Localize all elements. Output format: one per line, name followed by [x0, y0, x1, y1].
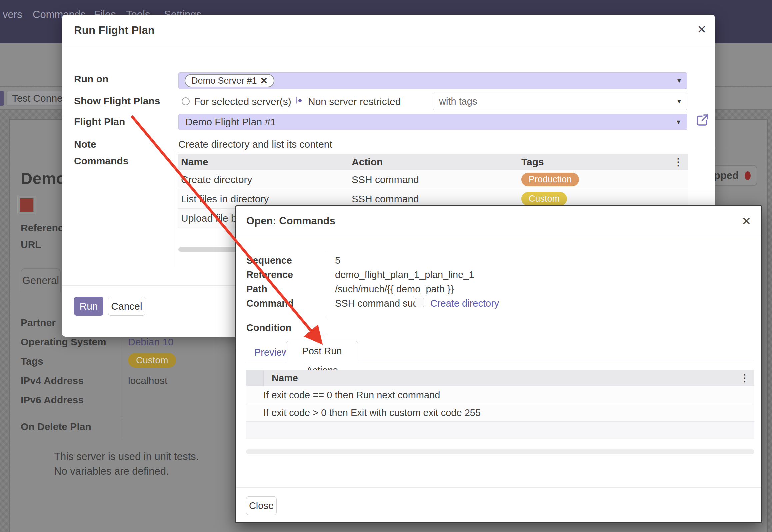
test-connection-button[interactable]: Test Conne [6, 91, 64, 106]
commands-modal-title: Open: Commands [246, 215, 335, 227]
post-run-row-empty [246, 422, 754, 439]
run-on-label: Run on [74, 73, 108, 85]
remove-tag-icon[interactable]: ✕ [260, 75, 268, 86]
tab-general[interactable]: General [21, 268, 61, 292]
ipv4-value: localhost [128, 375, 167, 386]
smart-button-divider [716, 148, 768, 148]
table-options-icon[interactable]: ⋮ [673, 159, 688, 165]
horizontal-scrollbar[interactable] [246, 449, 754, 454]
condition-label: Condition [246, 322, 291, 333]
close-button[interactable]: Close [246, 496, 277, 515]
field-separator-2 [122, 419, 122, 440]
menu-item-servers[interactable]: vers [3, 9, 22, 21]
note-value: Create directory and list its content [178, 139, 332, 150]
run-modal-title: Run Flight Plan [74, 24, 155, 37]
run-modal-close-icon[interactable]: ✕ [697, 23, 707, 36]
label-column-separator [174, 152, 174, 267]
with-tags-value: with tags [439, 96, 477, 107]
tag-badge-custom: Custom [128, 353, 176, 368]
column-tags: Tags [521, 156, 673, 168]
run-button[interactable]: Run [74, 297, 103, 316]
field-separator [122, 334, 122, 417]
row-name: List files in directory [178, 193, 352, 205]
post-run-table-header: Name ⋮ [246, 370, 754, 386]
ipv4-label: IPv4 Address [21, 375, 84, 386]
server-tag-label: Demo Server #1 [191, 76, 257, 86]
cancel-button[interactable]: Cancel [108, 297, 145, 316]
row-action: SSH command [352, 174, 521, 185]
label-separator-2 [327, 320, 327, 335]
label-separator [327, 253, 327, 317]
tags-label: Tags [21, 356, 43, 367]
post-run-row[interactable]: If exit code > 0 then Exit with custom e… [246, 404, 754, 422]
radio-non-server-restricted[interactable] [296, 97, 297, 104]
sequence-label: Sequence [246, 255, 292, 266]
post-run-row-name: If exit code == 0 then Run next command [263, 390, 440, 401]
commands-modal-footer-divider [236, 487, 761, 488]
create-directory-checkbox[interactable] [415, 298, 424, 307]
server-tag-pill[interactable]: Demo Server #1 ✕ [185, 74, 274, 87]
commands-label: Commands [74, 155, 128, 167]
row-name: Create directory [178, 174, 352, 185]
status-dot-icon [745, 171, 751, 180]
external-link-icon[interactable] [696, 113, 709, 128]
radio-selected-servers-label[interactable]: For selected server(s) [194, 96, 291, 107]
post-run-row[interactable]: If exit code == 0 then Run next command [246, 386, 754, 404]
chevron-down-icon: ▾ [677, 76, 681, 85]
note-label: Note [74, 139, 96, 150]
reference-field-value: demo_flight_plan_1_plan_line_1 [335, 269, 474, 280]
with-tags-select[interactable]: with tags ▾ [433, 93, 687, 110]
on-delete-plan-label: On Delete Plan [21, 421, 91, 432]
run-modal-header-divider [62, 46, 715, 46]
color-swatch [20, 198, 34, 212]
ipv6-label: IPv6 Address [21, 394, 84, 406]
commands-modal-close-icon[interactable]: ✕ [742, 214, 751, 228]
column-action: Action [352, 156, 521, 168]
post-run-actions-table: Name ⋮ If exit code == 0 then Run next c… [246, 370, 754, 439]
page: vers Commands Files Tools Settings Test … [0, 0, 772, 532]
color-swatch-frame[interactable] [17, 196, 36, 214]
server-heading: Demo [21, 169, 66, 188]
row-action: SSH command [352, 193, 521, 205]
clipped-primary-button[interactable] [0, 91, 4, 106]
name-column: Name [264, 373, 740, 384]
reference-field-label: Reference [246, 269, 293, 280]
column-name: Name [178, 156, 352, 168]
chevron-down-icon: ▾ [677, 118, 680, 126]
table-row[interactable]: Create directory SSH command Production [178, 170, 688, 189]
operating-system-value[interactable]: Debian 10 [128, 336, 174, 348]
tab-preview[interactable]: Preview [254, 347, 289, 358]
operating-system-label: Operating System [21, 336, 106, 348]
commands-modal-header-divider [236, 235, 761, 235]
chevron-down-icon: ▾ [677, 97, 681, 106]
unit-test-note-line2: No variables are defined. [54, 465, 169, 477]
tag-badge: Custom [521, 192, 567, 206]
path-value: /such/much/{{ demo_path }} [335, 284, 454, 295]
command-value: SSH command sudo [335, 298, 424, 309]
commands-table-header: Name Action Tags ⋮ [178, 154, 688, 170]
tab-post-run-actions[interactable]: Post Run Actions [286, 341, 358, 360]
unit-test-note-line1: This server is used in unit tests. [54, 451, 199, 463]
post-run-row-name: If exit code > 0 then Exit with custom e… [263, 407, 481, 418]
tabs-underline-left [246, 360, 286, 360]
status-label-fragment: pped [714, 170, 739, 182]
create-directory-link[interactable]: Create directory [430, 298, 499, 309]
handle-column [246, 370, 264, 386]
flight-plan-value: Demo Flight Plan #1 [185, 116, 276, 128]
path-label: Path [246, 284, 267, 295]
show-flight-plans-label: Show Flight Plans [74, 95, 160, 107]
flight-plan-label: Flight Plan [74, 116, 125, 127]
tabs-underline-right [358, 360, 754, 360]
table-options-icon[interactable]: ⋮ [740, 375, 754, 381]
partner-label: Partner [21, 317, 56, 328]
flight-plan-select[interactable]: Demo Flight Plan #1 ▾ [178, 114, 687, 130]
open-commands-modal: Open: Commands ✕ Sequence Reference Path… [235, 205, 762, 523]
sequence-value: 5 [335, 255, 340, 266]
url-label: URL [21, 239, 41, 250]
tag-badge: Production [521, 173, 579, 186]
radio-selected-servers[interactable] [182, 97, 190, 105]
radio-non-server-restricted-label[interactable]: Non server restricted [308, 96, 401, 107]
command-label: Command [246, 298, 294, 309]
run-on-multiselect[interactable]: Demo Server #1 ✕ ▾ [178, 72, 687, 89]
